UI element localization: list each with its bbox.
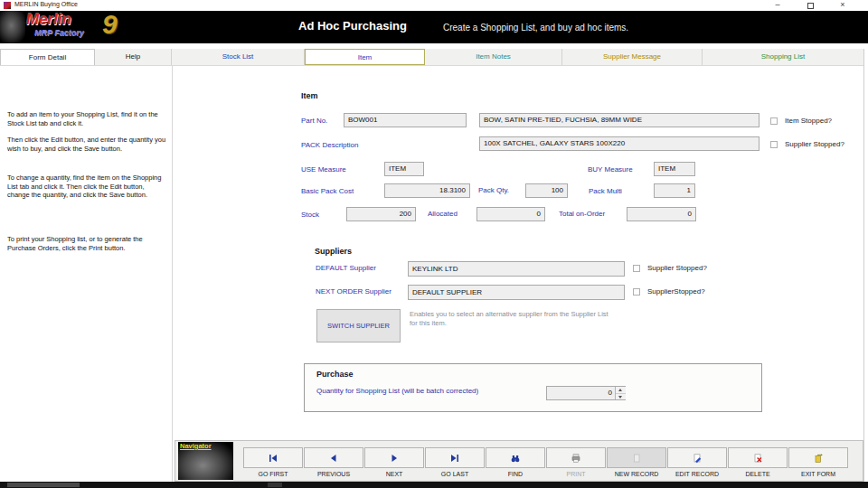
total-on-order-label: Total on-Order [559, 210, 605, 218]
delete-page-icon [752, 453, 763, 464]
app-window: MERLIN Buying Office – × Merlin MRP Fact… [0, 0, 868, 488]
use-measure-label: USE Measure [301, 165, 346, 174]
pack-multi-label: Pack Multi [589, 187, 622, 195]
next-button-face [364, 447, 424, 468]
navigator-label: Navigator [180, 442, 212, 450]
spinner-up-icon[interactable] [616, 387, 626, 394]
next-order-supplier-stopped-label: SupplierStopped? [647, 287, 705, 296]
skip-first-icon [268, 453, 278, 464]
tab-shopping-list[interactable]: Shopping List [703, 49, 863, 65]
pack-description-label: PACK Description [301, 141, 358, 149]
restore-icon [807, 3, 814, 9]
delete-button-face [728, 447, 788, 468]
exit-form-label: EXIT FORM [788, 471, 848, 477]
new-record-button-face [607, 447, 666, 468]
part-description-field[interactable]: BOW, SATIN PRE-TIED, FUCHSIA, 89MM WIDE [479, 113, 760, 127]
header-banner: Merlin MRP Factory 9 Ad Hoc Purchasing C… [0, 11, 868, 43]
exit-form-button[interactable]: EXIT FORM [788, 447, 848, 477]
next-icon [389, 453, 400, 464]
pack-description-field[interactable]: 100X SATCHEL, GALAXY STARS 100X220 [479, 136, 760, 151]
default-supplier-field[interactable]: KEYLINK LTD [408, 261, 625, 277]
allocated-field[interactable]: 0 [476, 207, 545, 221]
go-first-button[interactable]: GO FIRST [243, 447, 303, 477]
edit-record-label: EDIT RECORD [667, 471, 727, 477]
tab-supplier-message[interactable]: Supplier Message [562, 49, 703, 65]
pack-multi-field[interactable]: 1 [654, 183, 695, 198]
navigator-image: Navigator [178, 442, 233, 480]
tab-item[interactable]: Item [305, 49, 425, 65]
supplier-stopped-checkbox[interactable] [770, 141, 778, 148]
edit-record-button-face [667, 447, 727, 468]
shopping-list-qty-label: Quantity for Shopping List (will be batc… [316, 387, 478, 395]
instruction-paragraph: To print your Shopping list, or to gener… [7, 235, 168, 252]
default-supplier-stopped-checkbox[interactable] [633, 265, 640, 272]
next-order-supplier-stopped-checkbox[interactable] [633, 288, 640, 296]
next-order-supplier-label: NEXT ORDER Supplier [316, 287, 392, 296]
app-icon [4, 2, 11, 9]
go-last-label: GO LAST [425, 471, 485, 477]
title-bar: MERLIN Buying Office – × [0, 0, 868, 11]
page-title: Ad Hoc Purchasing [298, 19, 407, 33]
pack-qty-field[interactable]: 100 [525, 183, 568, 198]
qty-spinner [615, 387, 626, 399]
stock-field[interactable]: 200 [346, 207, 416, 221]
navigator-bar: Navigator GO FIRST PREVIOUS NEXT GO LAST [175, 440, 863, 482]
go-last-button[interactable]: GO LAST [425, 447, 485, 477]
switch-supplier-help-text: Enables you to select an alternative sup… [410, 310, 613, 327]
instruction-paragraph: To add an item to your Shopping List, fi… [7, 110, 168, 127]
buy-measure-label: BUY Measure [588, 165, 633, 174]
pack-qty-label: Pack Qty. [478, 186, 509, 194]
print-button[interactable]: PRINT [546, 447, 606, 477]
taskbar-small-segment [268, 483, 282, 487]
print-button-face [546, 447, 606, 468]
delete-label: DELETE [728, 471, 788, 477]
window-title: MERLIN Buying Office [14, 1, 78, 7]
next-button[interactable]: NEXT [364, 447, 424, 477]
shopping-list-qty-input[interactable]: 0 [546, 386, 626, 400]
next-order-supplier-field[interactable]: DEFAULT SUPPLIER [408, 285, 625, 300]
window-right-edge [863, 49, 864, 482]
stock-label: Stock [301, 211, 319, 219]
panel-divider [172, 65, 173, 482]
close-button[interactable]: × [829, 0, 856, 11]
purchase-section-heading: Purchase [316, 370, 354, 379]
binoculars-icon [510, 453, 521, 464]
edit-record-button[interactable]: EDIT RECORD [667, 447, 727, 477]
tab-help[interactable]: Help [95, 49, 172, 65]
tab-item-notes[interactable]: Item Notes [425, 49, 562, 65]
instruction-paragraph: To change a quantity, find the item on t… [7, 174, 168, 200]
total-on-order-field[interactable]: 0 [627, 207, 696, 221]
previous-button-face [304, 447, 363, 468]
basic-pack-cost-label: Basic Pack Cost [301, 187, 354, 195]
delete-button[interactable]: DELETE [728, 447, 788, 477]
new-record-label: NEW RECORD [607, 471, 666, 477]
buy-measure-field[interactable]: ITEM [654, 162, 695, 176]
switch-supplier-button[interactable]: SWITCH SUPPLIER [316, 309, 401, 343]
edit-page-icon [692, 453, 703, 464]
instruction-paragraph: Then click the Edit button, and enter th… [7, 136, 168, 153]
restore-button[interactable] [797, 0, 824, 11]
tab-strip: Form Detail Help Stock List Item Item No… [0, 49, 863, 66]
tab-form-detail[interactable]: Form Detail [0, 49, 95, 65]
exit-form-button-face [788, 447, 848, 468]
new-record-button[interactable]: NEW RECORD [607, 447, 666, 477]
find-button[interactable]: FIND [486, 447, 545, 477]
supplier-stopped-label: Supplier Stopped? [785, 140, 844, 148]
skip-last-icon [449, 453, 460, 464]
use-measure-field[interactable]: ITEM [384, 162, 424, 176]
tab-stock-list[interactable]: Stock List [172, 49, 305, 65]
go-last-button-face [425, 447, 485, 468]
basic-pack-cost-field[interactable]: 18.3100 [384, 183, 470, 198]
suppliers-section-heading: Suppliers [315, 247, 352, 256]
new-page-icon [631, 453, 642, 464]
minimize-button[interactable]: – [764, 0, 791, 11]
next-label: NEXT [364, 471, 424, 477]
brand-logo: Merlin [26, 11, 71, 29]
item-stopped-checkbox[interactable] [770, 117, 778, 125]
previous-button[interactable]: PREVIOUS [304, 447, 363, 477]
part-no-field[interactable]: BOW001 [344, 113, 467, 127]
brand-subtext: MRP Factory [34, 28, 84, 37]
print-label: PRINT [546, 471, 606, 477]
previous-label: PREVIOUS [304, 471, 363, 477]
spinner-down-icon[interactable] [616, 394, 626, 400]
